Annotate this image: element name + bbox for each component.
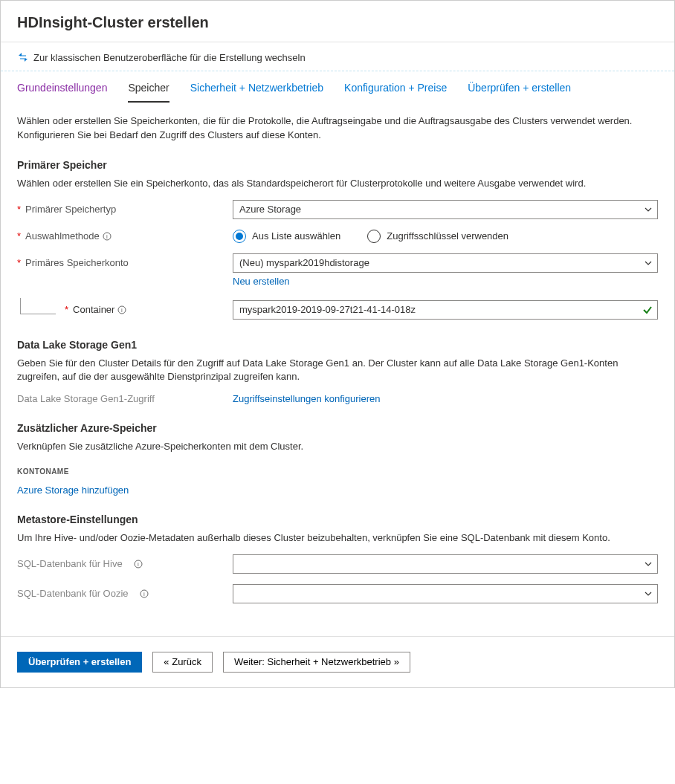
metastore-title: Metastore-Einstellungen	[17, 514, 658, 525]
info-icon[interactable]: i	[140, 589, 149, 598]
info-icon[interactable]: i	[134, 560, 143, 568]
review-create-button[interactable]: Überprüfen + erstellen	[17, 652, 142, 673]
hive-db-label: SQL-Datenbank für Hive i	[17, 558, 233, 569]
container-label: *Container i	[65, 304, 233, 315]
additional-desc: Verknüpfen Sie zusätzliche Azure-Speiche…	[17, 440, 658, 454]
oozie-db-label: SQL-Datenbank für Oozie i	[17, 588, 233, 599]
hive-db-select[interactable]	[233, 554, 658, 574]
primary-type-label: *Primärer Speichertyp	[17, 204, 233, 215]
account-name-header: KONTONAME	[17, 467, 658, 476]
tab-review[interactable]: Überprüfen + erstellen	[468, 73, 571, 103]
radio-icon	[367, 230, 381, 243]
svg-text:i: i	[138, 561, 139, 568]
switch-icon	[17, 51, 29, 63]
next-button[interactable]: Weiter: Sicherheit + Netzwerkbetrieb »	[223, 652, 410, 673]
tab-basics[interactable]: Grundeinstellungen	[17, 73, 107, 103]
primary-account-value: (Neu) myspark2019hdistorage	[239, 257, 369, 268]
add-storage-link[interactable]: Azure Storage hinzufügen	[17, 485, 129, 496]
classic-ui-link[interactable]: Zur klassischen Benutzeroberfläche für d…	[1, 42, 674, 71]
gen1-access-label: Data Lake Storage Gen1-Zugriff	[17, 393, 233, 404]
svg-text:i: i	[106, 233, 108, 240]
radio-icon	[233, 230, 246, 243]
primary-account-label: *Primäres Speicherkonto	[17, 257, 233, 268]
tab-storage[interactable]: Speicher	[128, 73, 169, 103]
oozie-db-select[interactable]	[233, 584, 658, 603]
back-button[interactable]: « Zurück	[152, 652, 213, 673]
additional-title: Zusätzlicher Azure-Speicher	[17, 422, 658, 434]
container-value: myspark2019-2019-09-27t21-41-14-018z	[239, 304, 416, 315]
chevron-down-icon	[644, 259, 653, 268]
primary-type-value: Azure Storage	[239, 204, 301, 215]
check-icon	[642, 305, 653, 315]
chevron-down-icon	[644, 589, 653, 598]
primary-storage-title: Primärer Speicher	[17, 159, 658, 171]
page-header: HDInsight-Cluster erstellen	[1, 1, 674, 42]
wizard-tabs: Grundeinstellungen Speicher Sicherheit +…	[1, 73, 674, 103]
radio-from-list-label: Aus Liste auswählen	[252, 230, 340, 242]
radio-access-key[interactable]: Zugriffsschlüssel verwenden	[367, 230, 508, 243]
container-input[interactable]: myspark2019-2019-09-27t21-41-14-018z	[233, 300, 658, 320]
indent-connector-icon	[20, 298, 56, 314]
svg-text:i: i	[122, 307, 123, 314]
gen1-config-link[interactable]: Zugriffseinstellungen konfigurieren	[233, 393, 381, 404]
svg-text:i: i	[143, 591, 145, 597]
tab-security[interactable]: Sicherheit + Netzwerkbetrieb	[190, 73, 323, 103]
wizard-footer: Überprüfen + erstellen « Zurück Weiter: …	[1, 636, 674, 687]
gen1-title: Data Lake Storage Gen1	[17, 339, 658, 351]
info-icon[interactable]: i	[117, 305, 126, 314]
intro-text: Wählen oder erstellen Sie Speicherkonten…	[17, 114, 658, 143]
primary-account-select[interactable]: (Neu) myspark2019hdistorage	[233, 253, 658, 273]
chevron-down-icon	[644, 205, 653, 214]
page-title: HDInsight-Cluster erstellen	[17, 14, 658, 31]
info-icon[interactable]: i	[103, 232, 112, 241]
primary-type-select[interactable]: Azure Storage	[233, 200, 658, 219]
create-new-link[interactable]: Neu erstellen	[233, 276, 290, 287]
gen1-desc: Geben Sie für den Cluster Details für de…	[17, 357, 658, 385]
radio-from-list[interactable]: Aus Liste auswählen	[233, 230, 340, 243]
metastore-desc: Um Ihre Hive- und/oder Oozie-Metadaten a…	[17, 531, 658, 545]
tab-config[interactable]: Konfiguration + Preise	[344, 73, 447, 103]
selection-method-label: *Auswahlmethode i	[17, 230, 233, 242]
classic-ui-label: Zur klassischen Benutzeroberfläche für d…	[33, 52, 306, 63]
chevron-down-icon	[644, 560, 653, 568]
primary-storage-desc: Wählen oder erstellen Sie ein Speicherko…	[17, 177, 658, 191]
radio-access-key-label: Zugriffsschlüssel verwenden	[387, 230, 508, 242]
